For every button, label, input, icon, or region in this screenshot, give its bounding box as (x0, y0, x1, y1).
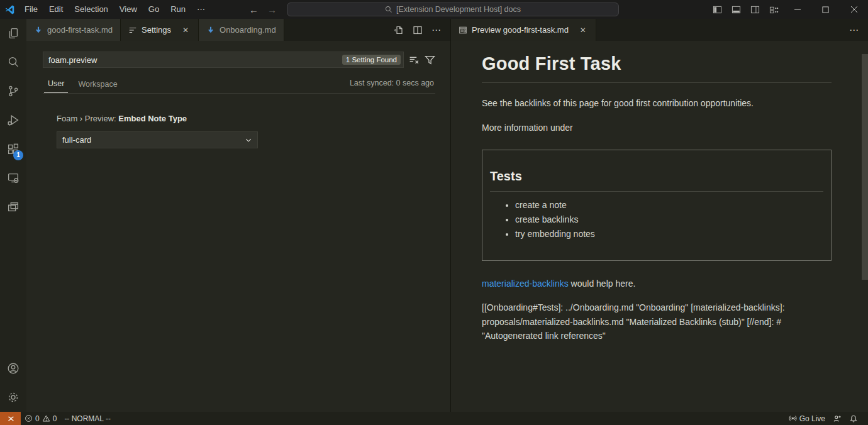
manage-gear-icon[interactable] (0, 383, 26, 412)
accounts-icon[interactable] (0, 354, 26, 383)
windows-panel-icon[interactable] (0, 192, 26, 221)
setting-foam-preview-embed-note-type: Foam › Preview: Embed Note Type full-car… (57, 114, 435, 148)
close-window-button[interactable] (840, 0, 868, 19)
markdown-preview-icon (459, 26, 467, 35)
tab-settings[interactable]: Settings ✕ (121, 19, 199, 41)
embedded-note-card: Tests create a note create backlinks try… (482, 150, 832, 261)
extensions-icon[interactable]: 1 (0, 135, 26, 163)
embedded-note-title: Tests (490, 169, 823, 192)
navigate-back-icon[interactable]: ← (249, 4, 259, 15)
editor-more-actions-icon[interactable]: ⋯ (431, 25, 442, 36)
tab-good-first-task[interactable]: good-first-task.md (26, 19, 121, 41)
right-tab-bar: Preview good-first-task.md ✕ ⋯ (451, 19, 868, 41)
error-count: 0 (35, 414, 40, 423)
settings-editor-icon (128, 26, 137, 35)
search-sidebar-icon[interactable] (0, 48, 26, 77)
menu-edit[interactable]: Edit (43, 3, 69, 16)
preview-paragraph: More information under (482, 121, 832, 135)
markdown-file-icon (34, 26, 43, 35)
editor-more-actions-icon[interactable]: ⋯ (849, 25, 859, 36)
activity-bar: 1 (0, 19, 26, 412)
notifications-button[interactable] (845, 412, 862, 425)
customize-layout-icon[interactable] (764, 0, 783, 19)
remote-explorer-icon[interactable] (0, 163, 26, 192)
vim-mode-label: -- NORMAL -- (64, 414, 111, 423)
go-live-label: Go Live (799, 414, 825, 423)
vscode-window: File Edit Selection View Go Run ⋯ ← → [E… (0, 0, 868, 425)
run-and-debug-icon[interactable] (0, 106, 26, 135)
tab-onboarding[interactable]: Onboarding.md (199, 19, 284, 41)
chevron-down-icon (245, 136, 252, 144)
vim-mode-indicator[interactable]: -- NORMAL -- (60, 412, 114, 425)
materialized-backlinks-link[interactable]: materialized-backlinks (482, 279, 569, 289)
menu-file[interactable]: File (19, 3, 43, 16)
minimize-button[interactable] (783, 0, 811, 19)
problems-status[interactable]: 0 0 (21, 412, 60, 425)
feedback-button[interactable] (829, 412, 845, 425)
error-icon (25, 414, 33, 422)
embed-note-type-dropdown[interactable]: full-card (57, 131, 258, 148)
explorer-icon[interactable] (0, 19, 26, 48)
scope-tab-workspace[interactable]: Workspace (74, 77, 121, 93)
preview-paragraph: See the backlinks of this page for good … (482, 97, 832, 110)
menu-run[interactable]: Run (165, 3, 191, 16)
extensions-badge: 1 (13, 150, 23, 160)
scope-tab-user[interactable]: User (44, 77, 68, 93)
link-rest-text: would help here. (569, 279, 636, 289)
split-editor-icon[interactable] (413, 25, 423, 35)
toggle-sidebar-icon[interactable] (708, 0, 726, 19)
setting-category: Foam › Preview: (57, 114, 118, 123)
setting-name: Embed Note Type (118, 114, 187, 123)
embedded-note-list: create a note create backlinks try embed… (490, 201, 823, 239)
settings-search-input[interactable]: foam.preview 1 Setting Found (43, 52, 404, 68)
menu-more-icon[interactable]: ⋯ (191, 3, 211, 16)
close-tab-icon[interactable]: ✕ (578, 26, 588, 35)
tab-label: Settings (142, 25, 171, 35)
source-control-icon[interactable] (0, 77, 26, 106)
preview-scrollbar[interactable] (862, 54, 868, 280)
filter-settings-icon[interactable] (425, 55, 435, 65)
warning-count: 0 (53, 414, 57, 423)
warning-icon (42, 414, 50, 422)
settings-editor: foam.preview 1 Setting Found User Worksp… (26, 41, 450, 148)
close-tab-icon[interactable]: ✕ (181, 26, 191, 35)
status-bar: 0 0 -- NORMAL -- Go Live (0, 412, 868, 425)
tab-preview-good-first-task[interactable]: Preview good-first-task.md ✕ (451, 19, 596, 41)
toggle-panel-icon[interactable] (726, 0, 745, 19)
navigate-forward-icon[interactable]: → (267, 4, 277, 15)
open-settings-json-icon[interactable] (394, 25, 404, 35)
list-item: create a note (515, 201, 823, 210)
command-center-search[interactable]: [Extension Development Host] docs (287, 3, 619, 16)
preview-heading: Good First Task (482, 53, 832, 83)
left-tab-bar: good-first-task.md Settings ✕ Onboarding… (26, 19, 450, 41)
tab-label: Preview good-first-task.md (472, 25, 569, 35)
menu-go[interactable]: Go (143, 3, 165, 16)
editor-group-right: Preview good-first-task.md ✕ ⋯ Good Firs… (450, 19, 868, 412)
settings-search-value: foam.preview (48, 55, 342, 65)
markdown-file-icon (206, 26, 215, 35)
link-references-paragraph: [[Onboarding#Tests]: ../Onboarding.md "O… (482, 301, 834, 343)
bell-icon (849, 414, 858, 423)
editor-group-left: good-first-task.md Settings ✕ Onboarding… (26, 19, 450, 412)
clear-settings-search-icon[interactable] (409, 55, 420, 65)
tab-label: good-first-task.md (47, 25, 113, 35)
go-live-button[interactable]: Go Live (785, 412, 829, 425)
command-center-label: [Extension Development Host] docs (396, 5, 521, 14)
person-feedback-icon (833, 414, 842, 423)
settings-result-count-badge: 1 Setting Found (342, 55, 401, 65)
list-item: create backlinks (515, 215, 823, 224)
maximize-button[interactable] (811, 0, 840, 19)
tab-label: Onboarding.md (220, 25, 276, 35)
remote-indicator[interactable] (0, 412, 21, 425)
markdown-preview: Good First Task See the backlinks of thi… (451, 53, 868, 424)
toggle-secondary-sidebar-icon[interactable] (745, 0, 764, 19)
search-icon (385, 6, 392, 13)
broadcast-icon (789, 414, 797, 422)
menu-selection[interactable]: Selection (69, 3, 113, 16)
title-bar: File Edit Selection View Go Run ⋯ ← → [E… (0, 0, 868, 19)
last-synced-label: Last synced: 0 secs ago (350, 79, 434, 91)
preview-paragraph: materialized-backlinks would help here. (482, 277, 832, 290)
menu-view[interactable]: View (114, 3, 143, 16)
list-item: try embedding notes (515, 229, 823, 239)
settings-scope-tabs: User Workspace Last synced: 0 secs ago (43, 77, 435, 94)
